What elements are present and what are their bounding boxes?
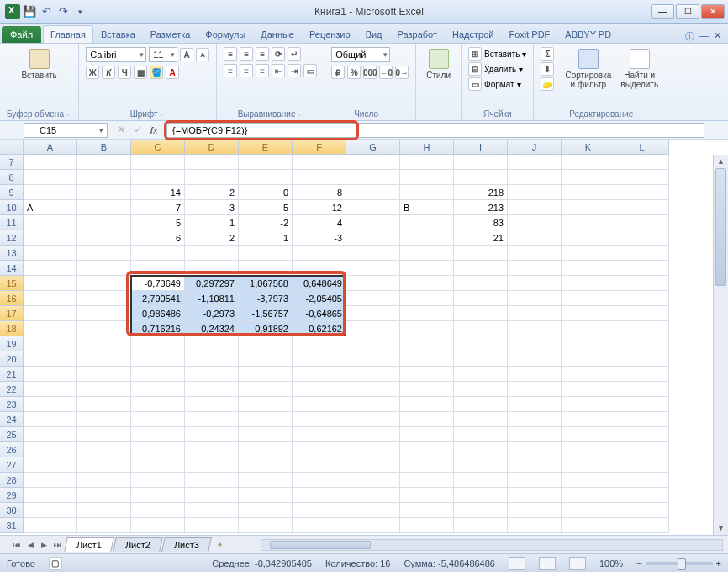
sheet-tab-2[interactable]: Лист2: [113, 537, 163, 552]
row-header-29[interactable]: 29: [0, 488, 24, 503]
align-mid-icon[interactable]: ≡: [240, 47, 253, 61]
row-header-28[interactable]: 28: [0, 473, 24, 488]
row-header-7[interactable]: 7: [0, 155, 24, 170]
workbook-close-icon[interactable]: ✕: [714, 30, 721, 43]
cell-D9[interactable]: 2: [185, 185, 239, 200]
cell-B25[interactable]: [77, 427, 131, 442]
col-header-L[interactable]: L: [615, 140, 669, 155]
cell-K21[interactable]: [562, 367, 615, 382]
cell-F30[interactable]: [293, 503, 346, 518]
cell-A28[interactable]: [24, 473, 77, 488]
cell-A27[interactable]: [24, 457, 77, 473]
cell-C19[interactable]: [131, 336, 185, 351]
cell-J9[interactable]: [508, 185, 562, 200]
name-box[interactable]: C15: [24, 123, 108, 138]
cell-B26[interactable]: [77, 442, 131, 457]
row-header-23[interactable]: 23: [0, 397, 24, 412]
cell-L9[interactable]: [615, 185, 669, 200]
cell-H17[interactable]: [400, 306, 454, 321]
cell-K27[interactable]: [562, 457, 615, 473]
col-header-H[interactable]: H: [400, 140, 454, 155]
styles-button[interactable]: Стили: [423, 47, 454, 82]
cell-H16[interactable]: [400, 291, 454, 306]
cell-A26[interactable]: [24, 442, 77, 457]
row-header-10[interactable]: 10: [0, 200, 24, 215]
cell-C15[interactable]: -0,73649: [131, 276, 185, 291]
row-header-18[interactable]: 18: [0, 321, 24, 336]
cell-K24[interactable]: [562, 412, 615, 427]
cell-H10[interactable]: B: [400, 200, 454, 215]
cell-C7[interactable]: [131, 155, 185, 170]
cell-I19[interactable]: [454, 336, 508, 351]
grow-font-icon[interactable]: A: [180, 48, 193, 61]
cell-B11[interactable]: [77, 215, 131, 230]
clear-icon[interactable]: 🧽: [541, 77, 554, 91]
cell-D13[interactable]: [185, 246, 239, 261]
cell-B22[interactable]: [77, 382, 131, 397]
cell-A30[interactable]: [24, 503, 77, 518]
cell-E18[interactable]: -0,91892: [239, 321, 293, 336]
cell-D22[interactable]: [185, 382, 239, 397]
new-sheet-icon[interactable]: ✦: [214, 538, 227, 552]
cell-K8[interactable]: [562, 170, 615, 185]
row-header-15[interactable]: 15: [0, 276, 24, 291]
cell-E15[interactable]: 1,067568: [239, 276, 293, 291]
qat-save-icon[interactable]: 💾: [22, 4, 37, 19]
cell-L27[interactable]: [615, 457, 669, 473]
cell-B17[interactable]: [77, 306, 131, 321]
minimize-button[interactable]: —: [651, 4, 674, 19]
cell-I27[interactable]: [454, 457, 508, 473]
cell-J23[interactable]: [508, 397, 562, 412]
cell-I12[interactable]: 21: [454, 230, 508, 246]
cell-D7[interactable]: [185, 155, 239, 170]
cell-A9[interactable]: [24, 185, 77, 200]
cell-G11[interactable]: [346, 215, 400, 230]
sheet-tab-3[interactable]: Лист3: [161, 537, 212, 552]
cell-K7[interactable]: [562, 155, 615, 170]
cell-E9[interactable]: 0: [239, 185, 293, 200]
cell-J16[interactable]: [508, 291, 562, 306]
cell-C20[interactable]: [131, 351, 185, 367]
cell-H30[interactable]: [400, 503, 454, 518]
cell-L30[interactable]: [615, 503, 669, 518]
cell-F11[interactable]: 4: [293, 215, 346, 230]
cell-B29[interactable]: [77, 488, 131, 503]
cell-F18[interactable]: -0,62162: [293, 321, 346, 336]
cell-I16[interactable]: [454, 291, 508, 306]
col-header-F[interactable]: F: [293, 140, 346, 155]
cell-J25[interactable]: [508, 427, 562, 442]
cell-K15[interactable]: [562, 276, 615, 291]
cell-G10[interactable]: [346, 200, 400, 215]
cell-I29[interactable]: [454, 488, 508, 503]
sheet-nav-next-icon[interactable]: ▶: [37, 538, 50, 552]
cell-K9[interactable]: [562, 185, 615, 200]
cell-E11[interactable]: -2: [239, 215, 293, 230]
tab-foxit[interactable]: Foxit PDF: [501, 25, 557, 43]
merge-icon[interactable]: ▭: [303, 64, 317, 77]
cell-D17[interactable]: -0,2973: [185, 306, 239, 321]
tab-layout[interactable]: Разметка: [143, 25, 198, 43]
cell-L11[interactable]: [615, 215, 669, 230]
col-header-E[interactable]: E: [239, 140, 293, 155]
cell-L12[interactable]: [615, 230, 669, 246]
cell-L29[interactable]: [615, 488, 669, 503]
cell-F13[interactable]: [293, 246, 346, 261]
zoom-in-icon[interactable]: +: [716, 558, 721, 568]
cell-F19[interactable]: [293, 336, 346, 351]
cell-A7[interactable]: [24, 155, 77, 170]
orientation-icon[interactable]: ⟳: [272, 47, 285, 61]
cell-A21[interactable]: [24, 367, 77, 382]
cell-L16[interactable]: [615, 291, 669, 306]
scroll-down-icon[interactable]: ▼: [714, 521, 728, 535]
scroll-up-icon[interactable]: ▲: [714, 155, 728, 168]
align-center-icon[interactable]: ≡: [240, 64, 253, 77]
indent-dec-icon[interactable]: ⇤: [272, 64, 285, 77]
align-bot-icon[interactable]: ≡: [256, 47, 269, 61]
cell-B24[interactable]: [77, 412, 131, 427]
cell-D23[interactable]: [185, 397, 239, 412]
select-all-corner[interactable]: [0, 140, 24, 155]
cell-F22[interactable]: [293, 382, 346, 397]
cell-H23[interactable]: [400, 397, 454, 412]
border-button[interactable]: ▦: [134, 66, 147, 79]
view-layout-icon[interactable]: [539, 557, 556, 570]
